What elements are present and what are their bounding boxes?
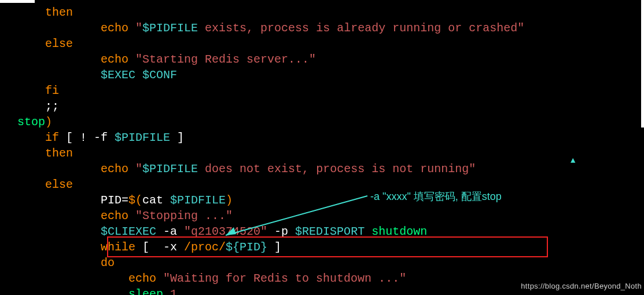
flag-f: -f bbox=[94, 131, 108, 144]
str-waiting: "Waiting for Redis to shutdown ..." bbox=[163, 272, 406, 285]
kw-if: if bbox=[45, 131, 59, 144]
paren: ) bbox=[45, 115, 52, 129]
str-exists: exists, process is already running or cr… bbox=[198, 21, 524, 35]
double-semicolon: ;; bbox=[45, 100, 59, 113]
kw-else: else bbox=[45, 37, 73, 50]
kw-echo: echo bbox=[101, 162, 128, 176]
svg-marker-1 bbox=[226, 227, 236, 235]
annotation-label: -a "xxxx" 填写密码, 配置stop bbox=[370, 189, 502, 205]
kw-then: then bbox=[45, 147, 73, 160]
bracket-open: [ ! bbox=[59, 131, 94, 144]
annotation-arrow-icon bbox=[220, 190, 370, 242]
scroll-caret-icon: ▲ bbox=[571, 153, 575, 169]
var-pidfile: $PIDFILE bbox=[108, 131, 170, 144]
kw-then: then bbox=[45, 6, 73, 19]
str-open: " bbox=[135, 162, 142, 176]
kw-else: else bbox=[45, 178, 73, 191]
cat: cat bbox=[142, 194, 170, 207]
kw-echo: echo bbox=[101, 209, 128, 223]
str-open: " bbox=[135, 21, 142, 35]
str-starting: "Starting Redis server..." bbox=[135, 53, 316, 66]
case-stop: stop bbox=[17, 115, 45, 129]
bracket-close: ] bbox=[170, 131, 184, 144]
var-pidfile: $PIDFILE bbox=[142, 162, 198, 176]
var-pidfile: $PIDFILE bbox=[142, 21, 198, 35]
kw-do: do bbox=[101, 256, 115, 269]
sub-open: $( bbox=[128, 194, 142, 207]
kw-echo: echo bbox=[101, 21, 128, 35]
svg-line-0 bbox=[226, 196, 367, 235]
pid-assign: PID bbox=[101, 194, 122, 207]
str-stopping: "Stopping ..." bbox=[135, 209, 233, 223]
num-one: 1 bbox=[170, 287, 177, 295]
str-notexist: does not exist, process is not running" bbox=[198, 162, 476, 176]
top-white-fragment bbox=[0, 0, 35, 3]
eq: = bbox=[122, 194, 128, 207]
kw-echo: echo bbox=[101, 53, 128, 66]
code-screenshot: then echo "$PIDFILE exists, process is a… bbox=[0, 0, 644, 295]
cmd-sleep: sleep bbox=[128, 287, 170, 295]
kw-fi: fi bbox=[45, 84, 59, 97]
var-conf: $CONF bbox=[142, 68, 177, 82]
var-exec: $EXEC bbox=[101, 68, 135, 82]
watermark-text: https://blog.csdn.net/Beyond_Noth bbox=[521, 278, 642, 294]
kw-echo: echo bbox=[128, 272, 156, 285]
var-pidfile: $PIDFILE bbox=[170, 194, 226, 207]
